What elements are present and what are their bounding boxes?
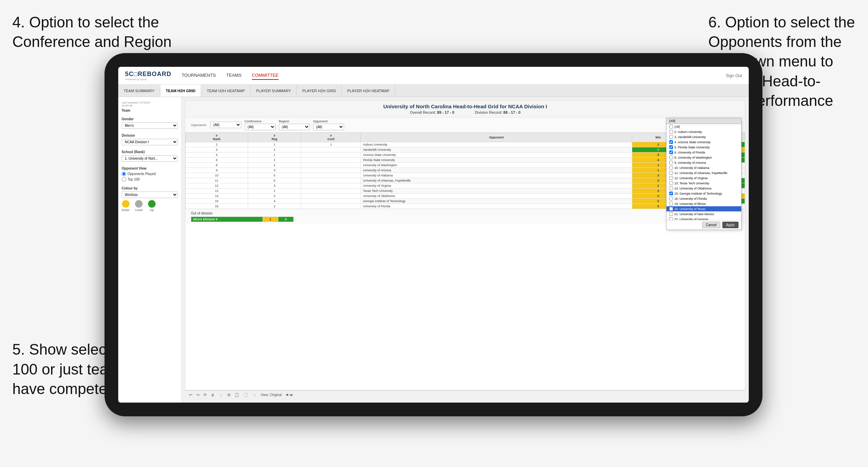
redo-button[interactable]: ↪ — [196, 392, 200, 398]
dropdown-item[interactable]: 6. University of Florida — [667, 150, 741, 155]
dropdown-item[interactable]: 8. University of Washington — [667, 155, 741, 160]
subnav-team-summary[interactable]: TEAM SUMMARY — [118, 85, 160, 97]
cell-opponent: Georgia Institute of Technology — [361, 199, 632, 204]
bottom-toolbar: ↩ ↪ ⟳ ⏸ | ⧉ 📋 🕐 | View: Original 👁 W — [185, 390, 745, 399]
opponent-view-radios: Opponents Played Top 100 — [122, 172, 178, 182]
team-label: Team — [122, 109, 178, 112]
dropdown-item[interactable]: 2. Auburn University — [667, 129, 741, 134]
dropdown-item[interactable]: 22. University of Georgia — [667, 217, 741, 220]
revert-button[interactable]: ⟳ — [203, 392, 207, 398]
dropdown-item[interactable]: 9. University of Arizona — [667, 160, 741, 165]
cell-opponent: University of Arkansas, Fayetteville — [361, 178, 632, 183]
cell-conf — [301, 178, 361, 183]
dropdown-item[interactable]: 12. University of Virginia — [667, 175, 741, 181]
dropdown-item[interactable]: 10. University of Alabama — [667, 165, 741, 170]
col-conf: #Conf — [301, 133, 361, 142]
radio-opponents-played[interactable]: Opponents Played — [122, 172, 178, 176]
opponent-view-section: Opponent View Opponents Played Top 100 — [122, 167, 178, 182]
cell-rank: 4 — [186, 152, 248, 158]
radio-top100[interactable]: Top 100 — [122, 177, 178, 182]
grid-title: University of North Carolina Head-to-Hea… — [191, 103, 739, 109]
cell-conf — [301, 188, 361, 194]
cell-reg: 2 — [248, 163, 301, 168]
opponents-select[interactable]: (All) — [210, 122, 241, 128]
clock-button[interactable]: 🕐 — [243, 392, 249, 398]
nav-tournaments[interactable]: TOURNAMENTS — [182, 71, 216, 80]
pause-button[interactable]: ⏸ — [210, 392, 215, 398]
view-label: View: Original — [261, 393, 282, 397]
cell-rank: 15 — [186, 199, 248, 204]
out-division-row: NCAA Division II 1 0 — [191, 217, 294, 222]
subnav-player-h2h-grid[interactable]: PLAYER H2H GRID — [297, 85, 342, 97]
cell-rank: 3 — [186, 147, 248, 152]
sign-out-button[interactable]: Sign Out — [726, 73, 742, 78]
cell-conf — [301, 183, 361, 188]
conference-filter-label: Conference — [245, 120, 276, 123]
dropdown-item[interactable]: 11. University of Arkansas, Fayetteville — [667, 170, 741, 175]
logo-sub: Powered by Sport — [125, 78, 171, 81]
dropdown-item[interactable]: 4. Arizona State University — [667, 139, 741, 145]
dropdown-item[interactable]: 13. Texas Tech University — [667, 181, 741, 186]
school-select[interactable]: 1. University of Nort... — [122, 155, 178, 162]
table-row: 3 2 Vanderbilt University 0 4 — [186, 147, 745, 152]
cell-reg: 1 — [248, 188, 301, 194]
nav-teams[interactable]: TEAMS — [226, 71, 242, 80]
dropdown-item[interactable]: 14. University of Oklahoma — [667, 186, 741, 191]
division-select[interactable]: NCAA Division I — [122, 139, 178, 145]
colour-select[interactable]: Win/loss — [122, 192, 178, 198]
down-label: Down — [122, 208, 130, 212]
opponent-select[interactable]: (All) — [313, 124, 344, 130]
cell-opponent: University of Washington — [361, 163, 632, 168]
cell-reg: 2 — [248, 158, 301, 163]
dropdown-item[interactable]: 16. University of Florida — [667, 196, 741, 201]
dropdown-item[interactable]: 20. University of Texas — [667, 206, 741, 211]
opponent-dropdown[interactable]: (All) (All) 2. Auburn University 3. Vand… — [666, 118, 742, 230]
subnav-player-summary[interactable]: PLAYER SUMMARY — [250, 85, 297, 97]
out-division-table: NCAA Division II 1 0 — [191, 217, 294, 222]
dropdown-items: (All) 2. Auburn University 3. Vanderbilt… — [667, 124, 741, 220]
cell-rank: 11 — [186, 178, 248, 183]
logo-text: 5C□REBOARD — [125, 71, 171, 77]
dropdown-item[interactable]: 5. Florida State University — [667, 145, 741, 150]
colour-down: Down — [122, 200, 130, 212]
gender-select[interactable]: Men's — [122, 122, 178, 129]
cancel-button[interactable]: Cancel — [702, 222, 720, 228]
table-row: 6 2 Florida State University 4 2 — [186, 158, 745, 163]
tablet-device: 5C□REBOARD Powered by Sport TOURNAMENTS … — [105, 53, 762, 416]
subnav-team-h2h-heatmap[interactable]: TEAM H2H HEATMAP — [201, 85, 250, 97]
cell-conf — [301, 147, 361, 152]
dropdown-item[interactable]: (All) — [667, 124, 741, 129]
undo-button[interactable]: ↩ — [188, 392, 193, 398]
subnav-player-h2h-heatmap[interactable]: PLAYER H2H HEATMAP — [342, 85, 395, 97]
cell-rank: 12 — [186, 183, 248, 188]
table-row: 4 1 Arizona State University 5 1 — [186, 152, 745, 158]
opponent-filter-label: Opponent — [313, 120, 344, 123]
dropdown-item[interactable]: 3. Vanderbilt University — [667, 134, 741, 139]
opponent-filter: Opponent (All) — [313, 120, 344, 130]
cell-conf — [301, 194, 361, 199]
apply-button[interactable]: Apply — [722, 222, 738, 228]
dropdown-item[interactable]: 21. University of New Mexico — [667, 211, 741, 217]
conference-select[interactable]: (All) — [245, 124, 276, 130]
nav-committee[interactable]: COMMITTEE — [252, 71, 279, 80]
copy-button[interactable]: ⧉ — [227, 392, 231, 398]
cell-conf — [301, 204, 361, 209]
gender-section: Gender Men's — [122, 117, 178, 129]
cell-rank: 10 — [186, 173, 248, 178]
cell-conf — [301, 173, 361, 178]
dropdown-item[interactable]: 18. University of Illinois — [667, 201, 741, 206]
cell-opponent: Vanderbilt University — [361, 147, 632, 152]
cell-conf — [301, 199, 361, 204]
cell-reg: 4 — [248, 199, 301, 204]
cell-conf — [301, 152, 361, 158]
cell-rank: 8 — [186, 163, 248, 168]
region-select[interactable]: (All) — [279, 124, 310, 130]
paste-button[interactable]: 📋 — [234, 392, 240, 398]
division-section: Division NCAA Division I — [122, 134, 178, 145]
subnav-team-h2h-grid[interactable]: TEAM H2H GRID — [160, 85, 201, 97]
cell-rank: 13 — [186, 188, 248, 194]
dropdown-item[interactable]: 15. Georgia Institute of Technology — [667, 191, 741, 196]
region-filter: Region (All) — [279, 120, 310, 130]
level-circle — [135, 200, 143, 208]
cell-rank: 6 — [186, 158, 248, 163]
